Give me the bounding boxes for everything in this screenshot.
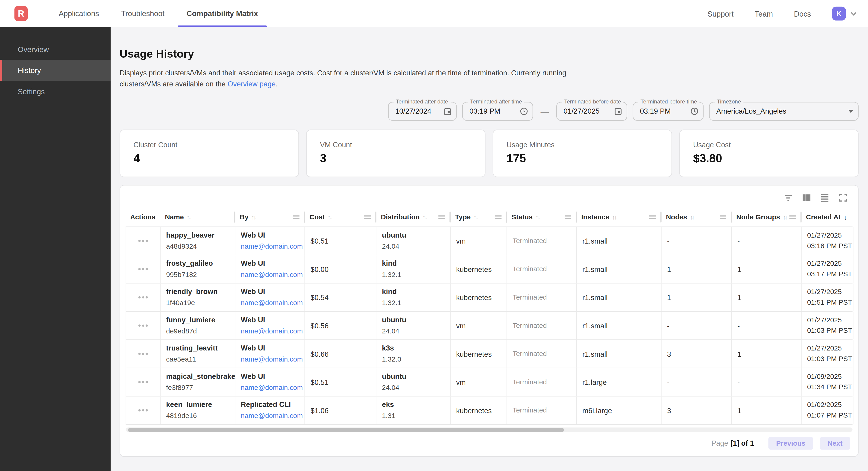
- row-actions-button[interactable]: [136, 266, 150, 272]
- row-actions-button[interactable]: [136, 407, 150, 414]
- cluster-id: 995b7182: [166, 269, 235, 280]
- terminated-before-time-field[interactable]: Terminated before time03:19 PM: [633, 102, 704, 121]
- column-header-status[interactable]: Status↑↓: [506, 208, 576, 227]
- type-value: kubernetes: [456, 293, 506, 301]
- dot: [138, 268, 140, 270]
- row-actions-button[interactable]: [136, 294, 150, 301]
- column-menu-icon[interactable]: [495, 215, 501, 219]
- created-by-email[interactable]: name@domain.com: [241, 354, 304, 365]
- column-header-type[interactable]: Type↑↓: [450, 208, 506, 227]
- nodes-cell: 1: [661, 284, 732, 311]
- calendar-icon[interactable]: [614, 107, 622, 115]
- column-menu-icon[interactable]: [789, 215, 796, 219]
- cluster-id: fe3f8977: [166, 382, 235, 393]
- instance-cell: r1.large: [577, 368, 661, 396]
- created-by-email[interactable]: name@domain.com: [241, 269, 304, 280]
- next-page-button[interactable]: Next: [820, 437, 850, 449]
- tab-troubleshoot[interactable]: Troubleshoot: [110, 0, 176, 27]
- replicated-logo[interactable]: R: [14, 6, 28, 21]
- sidebar-item-overview[interactable]: Overview: [0, 39, 111, 60]
- column-menu-icon[interactable]: [364, 215, 371, 219]
- created-time: 03:18 PM PST: [807, 241, 854, 252]
- clock-icon[interactable]: [690, 107, 699, 115]
- actions-cell: [126, 227, 161, 255]
- column-header-name[interactable]: Name↑↓: [160, 208, 235, 227]
- timezone-select[interactable]: TimezoneAmerica/Los_Angeles: [709, 102, 859, 121]
- main-content: Usage History Displays prior clusters/VM…: [111, 27, 868, 471]
- fullscreen-icon[interactable]: [838, 193, 848, 203]
- column-header-cost[interactable]: Cost↑↓: [305, 208, 376, 227]
- column-menu-icon[interactable]: [293, 215, 300, 219]
- row-actions-button[interactable]: [136, 379, 150, 385]
- tab-compatibility-matrix[interactable]: Compatibility Matrix: [176, 0, 269, 27]
- calendar-icon[interactable]: [443, 107, 452, 115]
- previous-page-button[interactable]: Previous: [769, 437, 813, 449]
- created-by-email[interactable]: name@domain.com: [241, 297, 304, 308]
- column-header-by[interactable]: By↑↓: [235, 208, 305, 227]
- avatar[interactable]: K: [832, 7, 846, 21]
- sidebar-item-history[interactable]: History: [0, 60, 111, 81]
- cost-value: $0.56: [311, 321, 376, 330]
- name-cell: keen_lumiere4819de16: [161, 396, 235, 424]
- dropdown-arrow-icon[interactable]: [848, 110, 854, 113]
- row-actions-button[interactable]: [136, 238, 150, 244]
- node-groups-cell: 1: [732, 255, 802, 283]
- distribution-cell: ubuntu24.04: [376, 312, 451, 340]
- top-link-support[interactable]: Support: [707, 10, 734, 18]
- type-cell: kubernetes: [451, 255, 507, 283]
- column-header-nodes[interactable]: Nodes↑↓: [661, 208, 731, 227]
- row-actions-button[interactable]: [136, 351, 150, 357]
- cost-cell: $0.00: [305, 255, 376, 283]
- column-menu-icon[interactable]: [565, 215, 571, 219]
- created-by-email[interactable]: name@domain.com: [241, 326, 304, 337]
- created-time: 01:34 PM PST: [807, 382, 854, 393]
- tab-applications[interactable]: Applications: [48, 0, 110, 27]
- name-cell: magical_stonebrakerfe3f8977: [161, 368, 235, 396]
- clock-icon[interactable]: [520, 107, 528, 115]
- cluster-name: trusting_leavitt: [166, 343, 235, 354]
- column-header-distribution[interactable]: Distribution↑↓: [376, 208, 450, 227]
- name-cell: frosty_galileo995b7182: [161, 255, 235, 283]
- column-menu-icon[interactable]: [720, 215, 726, 219]
- terminated-after-time-field[interactable]: Terminated after time03:19 PM: [462, 102, 533, 121]
- cluster-name: frosty_galileo: [166, 258, 235, 269]
- column-header-node-groups[interactable]: Node Groups↑↓: [731, 208, 801, 227]
- terminated-after-date-field[interactable]: Terminated after date10/27/2024: [388, 102, 457, 121]
- terminated-before-date-field[interactable]: Terminated before date01/27/2025: [556, 102, 627, 121]
- column-menu-icon[interactable]: [438, 215, 445, 219]
- row-actions-button[interactable]: [136, 322, 150, 329]
- top-link-docs[interactable]: Docs: [794, 10, 811, 18]
- stat-value: 3: [320, 152, 485, 165]
- filter-icon[interactable]: [783, 193, 793, 203]
- terminated-after-date-field-label: Terminated after date: [394, 99, 451, 105]
- created-by-email[interactable]: name@domain.com: [241, 241, 304, 252]
- column-header-created-at[interactable]: Created At↓: [801, 208, 854, 227]
- nodes-count: 3: [667, 350, 732, 358]
- density-icon[interactable]: [820, 193, 830, 203]
- overview-page-link[interactable]: Overview page: [227, 80, 276, 88]
- column-menu-icon[interactable]: [649, 215, 656, 219]
- name-cell: trusting_leavittcae5ea11: [161, 340, 235, 367]
- node-groups-cell: 1: [732, 284, 802, 311]
- created-by: Web UI: [241, 286, 304, 297]
- created-date: 01/27/2025: [807, 259, 854, 269]
- actions-cell: [126, 255, 161, 283]
- column-header-instance[interactable]: Instance↑↓: [576, 208, 661, 227]
- nodes-cell: -: [661, 312, 732, 340]
- sort-icon: ↑↓: [187, 214, 190, 220]
- instance-cell: r1.small: [577, 284, 661, 311]
- created-by-email[interactable]: name@domain.com: [241, 382, 304, 393]
- table-row: funny_lumierede9ed87dWeb UIname@domain.c…: [126, 312, 852, 340]
- created-at-cell: 01/09/202501:34 PM PST: [802, 368, 854, 396]
- instance-cell: r1.small: [577, 227, 661, 255]
- distribution-version: 1.32.1: [382, 269, 450, 280]
- distribution-name: kind: [382, 258, 450, 269]
- sidebar-item-settings[interactable]: Settings: [0, 81, 111, 102]
- columns-icon[interactable]: [802, 193, 812, 203]
- created-by-email[interactable]: name@domain.com: [241, 410, 304, 421]
- table-body: happy_beavera48d9324Web UIname@domain.co…: [126, 227, 852, 425]
- scrollbar-thumb[interactable]: [128, 428, 564, 432]
- status-cell: Terminated: [507, 312, 577, 340]
- chevron-down-icon[interactable]: [850, 11, 857, 16]
- top-link-team[interactable]: Team: [755, 10, 773, 18]
